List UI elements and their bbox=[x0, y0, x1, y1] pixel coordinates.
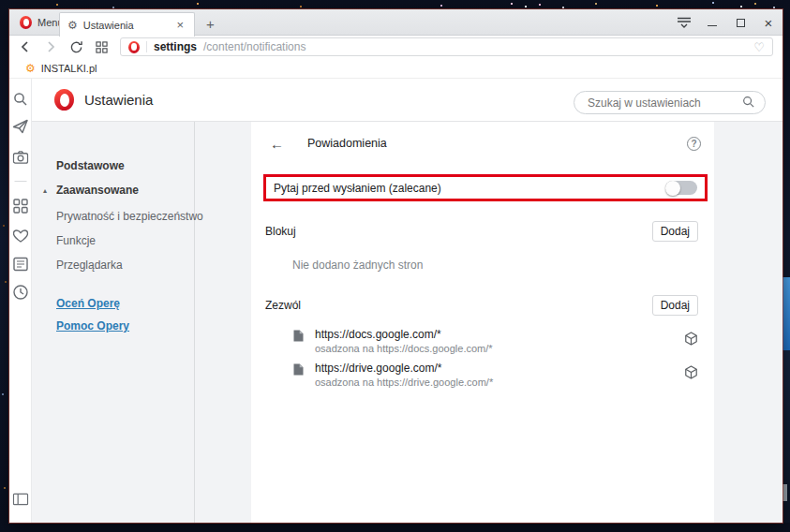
url-host: settings bbox=[154, 40, 197, 53]
card-header: ← Powiadomienia ? bbox=[270, 135, 701, 152]
snapshot-camera-icon[interactable] bbox=[12, 151, 28, 165]
favicon-gear-icon: ⚙ bbox=[25, 63, 36, 74]
embedded-cube-icon bbox=[684, 365, 698, 383]
tab-close-icon[interactable]: × bbox=[173, 18, 186, 32]
opera-logo-icon bbox=[20, 16, 32, 29]
url-path: /content/notifications bbox=[203, 40, 306, 53]
tab-strip: Menu ⚙ Ustawienia × + × bbox=[9, 9, 783, 36]
bookmark-heart-icon[interactable]: ♡ bbox=[753, 40, 765, 54]
nav-item-funkcje[interactable]: Funkcje bbox=[56, 234, 96, 247]
block-section-title: Blokuj bbox=[265, 225, 296, 238]
new-tab-button[interactable]: + bbox=[201, 14, 220, 34]
divider bbox=[14, 181, 26, 182]
toggle-label: Pytaj przed wysłaniem (zalecane) bbox=[274, 182, 441, 195]
tab-ustawienia[interactable]: ⚙ Ustawienia × bbox=[59, 12, 195, 37]
address-bar: settings /content/notifications ♡ bbox=[9, 36, 783, 58]
entry-detail: osadzona na https://drive.google.com/* bbox=[315, 377, 493, 388]
nav-item-zaawansowane[interactable]: Zaawansowane bbox=[56, 184, 139, 197]
back-arrow-icon[interactable]: ← bbox=[270, 136, 284, 152]
minimize-button[interactable] bbox=[698, 9, 726, 36]
maximize-button[interactable] bbox=[726, 9, 754, 36]
window-controls: × bbox=[670, 9, 783, 36]
tab-menu-icon[interactable] bbox=[670, 9, 698, 36]
page-document-icon bbox=[293, 363, 304, 378]
history-clock-icon[interactable] bbox=[12, 285, 28, 301]
close-button[interactable]: × bbox=[754, 9, 783, 36]
back-icon[interactable] bbox=[19, 40, 32, 53]
ask-before-sending-row: Pytaj przed wysłaniem (zalecane) bbox=[263, 174, 708, 201]
settings-card: ← Powiadomienia ? Pytaj przed wysłaniem … bbox=[251, 122, 714, 523]
extensions-grid-icon[interactable] bbox=[13, 199, 28, 214]
bookmark-instalki[interactable]: ⚙ INSTALKI.pl bbox=[25, 63, 97, 74]
block-add-button[interactable]: Dodaj bbox=[652, 221, 698, 242]
search-icon bbox=[742, 96, 755, 111]
allow-section-row: Zezwól Dodaj bbox=[265, 295, 698, 316]
allow-entry-drive: https://drive.google.com/* osadzona na h… bbox=[265, 362, 698, 390]
browser-window: Menu ⚙ Ustawienia × + × bbox=[9, 9, 783, 523]
forward-icon[interactable] bbox=[44, 40, 57, 53]
ask-before-sending-toggle[interactable] bbox=[665, 181, 697, 195]
desktop-wallpaper bbox=[0, 0, 2, 2]
nav-link-ocen-opere[interactable]: Oceń Operę bbox=[56, 297, 120, 310]
opera-sidebar bbox=[9, 79, 32, 523]
block-section-row: Blokuj Dodaj bbox=[265, 221, 698, 242]
entry-detail: osadzona na https://docs.google.com/* bbox=[315, 343, 493, 354]
allow-add-button[interactable]: Dodaj bbox=[652, 295, 698, 316]
bookmarks-bar: ⚙ INSTALKI.pl bbox=[9, 58, 783, 79]
embedded-cube-icon bbox=[684, 332, 698, 349]
toggle-knob bbox=[665, 181, 680, 196]
search-icon[interactable] bbox=[12, 92, 28, 108]
bookmark-label: INSTALKI.pl bbox=[41, 63, 97, 74]
help-icon[interactable]: ? bbox=[687, 137, 701, 151]
desktop: Menu ⚙ Ustawienia × + × bbox=[0, 0, 790, 532]
nav-item-prywatnosc[interactable]: Prywatność i bezpieczeństwo bbox=[56, 210, 203, 223]
allow-entry-docs: https://docs.google.com/* osadzona na ht… bbox=[265, 328, 698, 356]
nav-item-podstawowe[interactable]: Podstawowe bbox=[56, 159, 125, 172]
desktop-wallpaper bbox=[783, 484, 787, 501]
my-flow-paper-plane-icon[interactable] bbox=[12, 119, 29, 134]
speed-dial-grid-icon[interactable] bbox=[96, 41, 108, 53]
allow-section-title: Zezwól bbox=[265, 299, 301, 312]
gear-icon: ⚙ bbox=[67, 20, 78, 31]
nav-item-przegladarka[interactable]: Przeglądarka bbox=[56, 259, 123, 272]
reload-icon[interactable] bbox=[69, 40, 83, 54]
opera-logo-icon bbox=[54, 89, 74, 111]
section-title: Powiadomienia bbox=[307, 137, 387, 150]
collapse-triangle-icon[interactable]: ▴ bbox=[43, 186, 47, 195]
page-title: Ustawienia bbox=[84, 92, 153, 108]
page-document-icon bbox=[293, 330, 304, 345]
url-field[interactable]: settings /content/notifications ♡ bbox=[120, 37, 773, 56]
site-badge-icon bbox=[128, 41, 140, 53]
settings-search bbox=[574, 91, 766, 114]
news-icon[interactable] bbox=[13, 257, 28, 272]
entry-url: https://docs.google.com/* bbox=[315, 328, 493, 341]
settings-body: Podstawowe ▴ Zaawansowane Prywatność i b… bbox=[32, 122, 783, 523]
entry-url: https://drive.google.com/* bbox=[315, 362, 493, 375]
settings-search-input[interactable] bbox=[574, 91, 766, 114]
tab-title: Ustawienia bbox=[83, 20, 169, 31]
divider bbox=[194, 122, 195, 523]
settings-header: Ustawienia bbox=[32, 79, 783, 122]
divider bbox=[146, 41, 147, 52]
nav-link-pomoc-opery[interactable]: Pomoc Opery bbox=[56, 319, 129, 332]
sidebar-panel-toggle-icon[interactable] bbox=[12, 493, 28, 506]
bookmarks-heart-icon[interactable] bbox=[12, 229, 28, 244]
block-empty-text: Nie dodano żadnych stron bbox=[292, 259, 423, 272]
